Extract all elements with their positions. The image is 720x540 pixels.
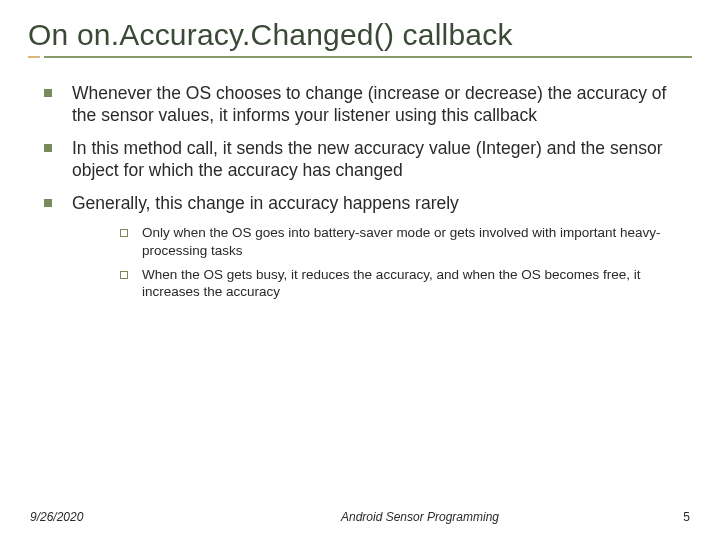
footer-date: 9/26/2020 (30, 510, 210, 524)
list-item: Generally, this change in accuracy happe… (36, 192, 688, 302)
slide-title: On on.Accuracy.Changed() callback (28, 18, 692, 52)
bullet-list: Whenever the OS chooses to change (incre… (36, 82, 688, 301)
footer-page-number: 5 (630, 510, 690, 524)
bullet-text: Whenever the OS chooses to change (incre… (72, 83, 666, 125)
sub-bullet-text: When the OS gets busy, it reduces the ac… (142, 267, 641, 300)
list-item: When the OS gets busy, it reduces the ac… (112, 266, 688, 302)
bullet-text: Generally, this change in accuracy happe… (72, 193, 459, 213)
list-item: In this method call, it sends the new ac… (36, 137, 688, 182)
list-item: Only when the OS goes into battery-saver… (112, 224, 688, 260)
title-area: On on.Accuracy.Changed() callback (0, 0, 720, 64)
content-area: Whenever the OS chooses to change (incre… (0, 64, 720, 301)
footer: 9/26/2020 Android Sensor Programming 5 (0, 510, 720, 524)
bullet-text: In this method call, it sends the new ac… (72, 138, 662, 180)
title-rule (28, 56, 692, 58)
sub-bullet-list: Only when the OS goes into battery-saver… (72, 224, 688, 301)
list-item: Whenever the OS chooses to change (incre… (36, 82, 688, 127)
footer-title: Android Sensor Programming (210, 510, 630, 524)
sub-bullet-text: Only when the OS goes into battery-saver… (142, 225, 661, 258)
